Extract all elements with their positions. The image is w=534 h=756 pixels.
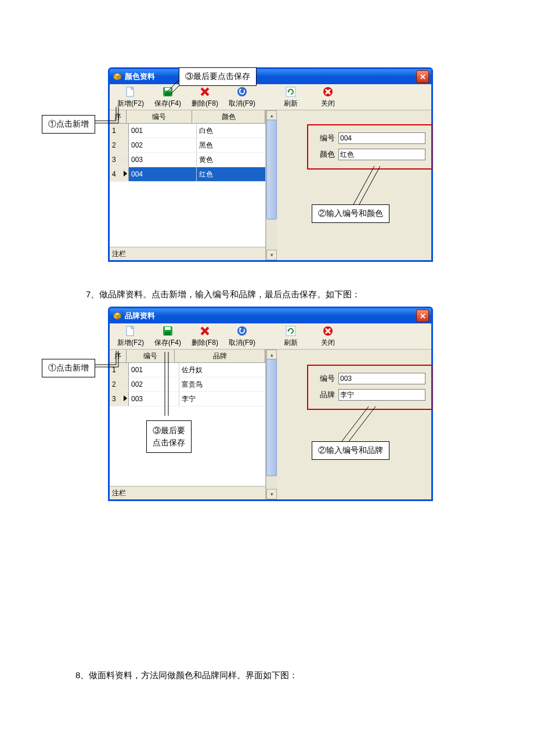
table-row[interactable]: 3003李宁 (110, 392, 265, 406)
save-icon (149, 86, 186, 98)
delete-icon (186, 86, 223, 98)
window-brand-data: 品牌资料 ✕ 新增(F2) 保存(F4) 删除(F8) 取消(F9) 刷新 关闭… (108, 307, 433, 501)
form-panel: 编号 品牌 ②输入编号和品牌 (277, 350, 431, 499)
refresh-icon (272, 325, 309, 337)
svg-rect-24 (165, 332, 171, 335)
titlebar[interactable]: 品牌资料 ✕ (110, 308, 431, 323)
cancel-button[interactable]: 取消(F9) (223, 325, 261, 349)
code-input[interactable] (338, 132, 425, 144)
scroll-thumb[interactable] (266, 359, 277, 476)
callout-click-new-2: ①点击新增 (42, 359, 95, 377)
scroll-thumb[interactable] (266, 120, 277, 219)
form-highlight: 编号 品牌 (307, 365, 432, 410)
delete-button[interactable]: 删除(F8) (186, 325, 223, 349)
window-close-button[interactable]: ✕ (416, 309, 429, 322)
new-button[interactable]: 新增(F2) (112, 86, 149, 110)
toolbar: 新增(F2) 保存(F4) 删除(F8) 取消(F9) 刷新 关闭 (110, 84, 431, 110)
note-bar: 注栏 (110, 486, 265, 499)
table-row[interactable]: 3003黄色 (110, 153, 265, 167)
app-icon (113, 312, 121, 320)
value-label: 颜色 (314, 149, 335, 160)
grid-header: 序 编号 品牌 (110, 350, 265, 363)
col-code[interactable]: 编号 (127, 350, 175, 362)
callout-click-save-1: ③最后要点击保存 (179, 67, 257, 86)
note-bar: 注栏 (110, 247, 265, 260)
svg-rect-12 (286, 87, 295, 96)
undo-icon (223, 325, 261, 337)
toolbar: 新增(F2) 保存(F4) 删除(F8) 取消(F9) 刷新 关闭 (110, 323, 431, 350)
svg-rect-23 (165, 327, 171, 330)
code-label: 编号 (314, 373, 335, 384)
new-file-icon (112, 86, 149, 98)
code-input[interactable] (338, 373, 425, 384)
stop-icon (309, 325, 347, 337)
col-value[interactable]: 颜色 (192, 110, 265, 123)
window-close-button[interactable]: ✕ (416, 70, 429, 83)
save-button[interactable]: 保存(F4) (149, 86, 186, 110)
callout-click-save-2: ③最后要点击保存 (146, 420, 192, 453)
titlebar[interactable]: 颜色资料 ✕ (110, 69, 431, 84)
close-button[interactable]: 关闭 (309, 86, 347, 110)
delete-button[interactable]: 删除(F8) (186, 86, 223, 110)
save-icon (149, 325, 186, 337)
callout-click-new-1: ①点击新增 (42, 115, 95, 134)
refresh-icon (272, 86, 309, 98)
scroll-down-icon[interactable]: ▾ (266, 489, 277, 499)
scroll-down-icon[interactable]: ▾ (266, 250, 277, 260)
svg-point-27 (237, 326, 247, 336)
grid-header: 序 编号 颜色 (110, 110, 265, 124)
stop-icon (309, 86, 347, 98)
callout-input-code-brand: ②输入编号和品牌 (312, 441, 389, 460)
window-title: 品牌资料 (125, 311, 155, 321)
svg-rect-7 (165, 92, 171, 96)
scrollbar[interactable]: ▴ ▾ (266, 350, 277, 499)
delete-icon (186, 325, 223, 337)
table-row[interactable]: 1001白色 (110, 124, 265, 138)
refresh-button[interactable]: 刷新 (272, 325, 309, 349)
table-row[interactable]: 2002富贵鸟 (110, 377, 265, 392)
refresh-button[interactable]: 刷新 (272, 86, 309, 110)
form-highlight: 编号 颜色 (307, 124, 432, 170)
table-row[interactable]: 2002黑色 (110, 138, 265, 153)
svg-rect-29 (286, 326, 295, 336)
app-icon (113, 73, 121, 81)
step7-text: 7、做品牌资料。点击新增，输入编号和品牌，最后点击保存。如下图： (86, 289, 360, 300)
callout-input-code-color: ②输入编号和颜色 (312, 204, 389, 223)
col-seq[interactable]: 序 (110, 110, 127, 123)
window-color-data: 颜色资料 ✕ 新增(F2) 保存(F4) 删除(F8) 取消(F9) 刷新 关闭… (108, 67, 433, 262)
new-file-icon (112, 325, 149, 337)
value-input[interactable] (338, 149, 425, 160)
undo-icon (223, 86, 261, 98)
save-button[interactable]: 保存(F4) (149, 325, 186, 349)
data-grid[interactable]: 序 编号 颜色 1001白色2002黑色3003黄色4004红色 注栏 (110, 110, 266, 260)
svg-point-10 (237, 87, 247, 96)
close-button[interactable]: 关闭 (309, 325, 347, 349)
col-value[interactable]: 品牌 (175, 350, 265, 362)
value-input[interactable] (338, 389, 425, 401)
cancel-button[interactable]: 取消(F9) (223, 86, 261, 110)
code-label: 编号 (314, 133, 335, 143)
col-code[interactable]: 编号 (127, 110, 192, 123)
form-panel: 编号 颜色 ②输入编号和颜色 (277, 110, 431, 260)
svg-rect-6 (165, 88, 171, 91)
value-label: 品牌 (314, 390, 335, 400)
table-row[interactable]: 1001佐丹奴 (110, 363, 265, 377)
scrollbar[interactable]: ▴ ▾ (266, 110, 277, 260)
window-title: 颜色资料 (125, 71, 155, 82)
col-seq[interactable]: 序 (110, 350, 127, 362)
table-row[interactable]: 4004红色 (110, 167, 265, 182)
step8-text: 8、做面料资料，方法同做颜色和品牌同样。界面如下图： (75, 670, 298, 681)
new-button[interactable]: 新增(F2) (112, 325, 149, 349)
